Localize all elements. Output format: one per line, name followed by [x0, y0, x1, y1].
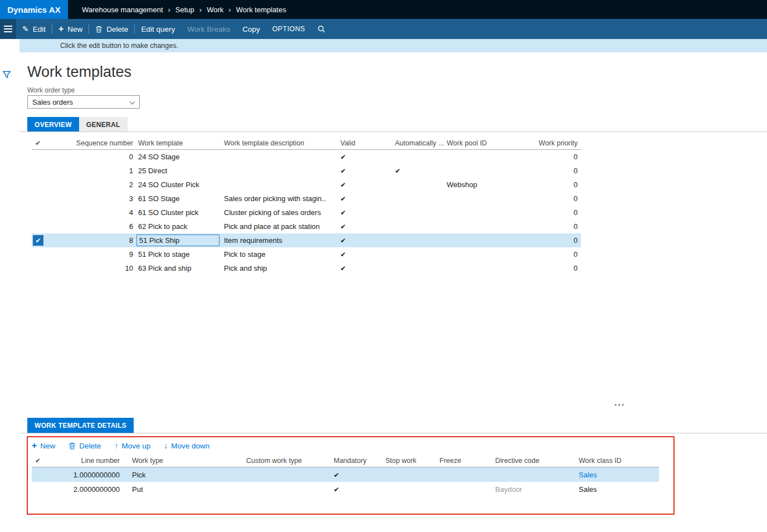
- col-header-valid[interactable]: Valid: [336, 139, 391, 147]
- overview-row-3[interactable]: 3 61 SO Stage Sales order picking with s…: [32, 192, 581, 206]
- work-order-type-select[interactable]: Sales orders: [27, 95, 140, 109]
- overview-row-0[interactable]: 0 24 SO Stage 0: [32, 150, 581, 164]
- details-toolbar: + New Delete ↑ Move up ↓ Move down: [32, 440, 209, 452]
- page-title: Work templates: [27, 64, 131, 81]
- tab-work-template-details[interactable]: WORK TEMPLATE DETAILS: [27, 418, 134, 433]
- overview-row-4[interactable]: 4 61 SO Cluster pick Cluster picking of …: [32, 206, 581, 219]
- col-header-work-priority[interactable]: Work priority: [538, 139, 581, 147]
- work-priority-cell: 0: [538, 167, 581, 175]
- col-header-line-number[interactable]: Line number: [54, 457, 121, 465]
- description-cell: Sales order picking with stagin..: [223, 194, 336, 203]
- valid-check-icon: [340, 167, 346, 175]
- copy-button[interactable]: Copy: [236, 19, 266, 39]
- col-header-automatically[interactable]: Automatically ...: [391, 139, 446, 147]
- more-options-button[interactable]: ...: [614, 398, 625, 408]
- work-priority-cell: 0: [538, 153, 581, 161]
- col-header-work-pool-id[interactable]: Work pool ID: [446, 139, 538, 147]
- select-all-column-header[interactable]: [32, 457, 54, 465]
- select-all-column-header[interactable]: [32, 139, 54, 147]
- work-priority-cell: 0: [538, 236, 581, 245]
- notification-text: Click the edit button to make changes.: [60, 42, 178, 50]
- valid-check-icon: [340, 153, 346, 161]
- breadcrumb-item-setup[interactable]: Setup: [175, 6, 207, 14]
- edit-query-button[interactable]: Edit query: [135, 19, 181, 39]
- app-logo[interactable]: Dynamics AX: [0, 0, 68, 19]
- valid-cell: [336, 194, 391, 203]
- trash-icon: [95, 26, 102, 33]
- overview-row-2[interactable]: 2 24 SO Cluster Pick Webshop 0: [32, 178, 581, 192]
- filter-funnel-icon[interactable]: [2, 70, 11, 81]
- col-header-freeze[interactable]: Freeze: [438, 457, 494, 465]
- line-number-cell: 1.0000000000: [54, 471, 121, 479]
- line-number-cell: 2.0000000000: [54, 485, 121, 494]
- sequence-cell: 10: [54, 264, 135, 272]
- col-header-work-class-id[interactable]: Work class ID: [578, 457, 659, 465]
- col-header-custom-work-type[interactable]: Custom work type: [245, 457, 330, 465]
- edit-button[interactable]: ✎ Edit: [16, 19, 52, 39]
- overview-row-7[interactable]: 9 51 Pick to stage Pick to stage 0: [32, 247, 581, 261]
- col-header-mandatory[interactable]: Mandatory: [330, 457, 384, 465]
- new-button[interactable]: + New: [52, 19, 89, 39]
- search-icon: [317, 25, 325, 33]
- col-header-sequence-number[interactable]: Sequence number: [54, 139, 135, 147]
- breadcrumb: Warehouse management Setup Work Work tem…: [82, 0, 286, 19]
- col-header-description[interactable]: Work template description: [223, 139, 336, 147]
- valid-check-icon: [340, 180, 346, 189]
- valid-cell: [336, 167, 391, 175]
- details-new-button[interactable]: + New: [32, 441, 55, 450]
- auto-cell: [391, 167, 446, 175]
- hamburger-menu-icon[interactable]: [0, 19, 16, 39]
- work-type-cell: Put: [121, 485, 245, 494]
- sequence-cell: 8: [54, 236, 135, 245]
- mandatory-cell: [330, 485, 384, 494]
- row-selected-checkbox[interactable]: [33, 235, 43, 246]
- col-header-stop-work[interactable]: Stop work: [384, 457, 438, 465]
- details-row-0-selected[interactable]: 1.0000000000 Pick Sales: [32, 467, 659, 482]
- work-template-details-grid: Line number Work type Custom work type M…: [32, 455, 659, 496]
- description-cell: Pick and place at pack station: [223, 222, 336, 231]
- work-class-id-cell: Sales: [578, 485, 659, 494]
- valid-cell: [336, 180, 391, 189]
- notification-bar: Click the edit button to make changes.: [19, 39, 767, 52]
- breadcrumb-item-work-templates[interactable]: Work templates: [236, 6, 286, 14]
- work-template-edit-cell[interactable]: 51 Pick Ship: [136, 235, 219, 246]
- arrow-up-icon: ↑: [114, 441, 118, 450]
- valid-cell: [336, 250, 391, 258]
- overview-row-6-selected[interactable]: 8 51 Pick Ship Item requirements 0: [32, 233, 581, 247]
- valid-check-icon: [340, 194, 346, 203]
- sequence-cell: 6: [54, 222, 135, 231]
- overview-row-1[interactable]: 1 25 Direct 0: [32, 164, 581, 178]
- mandatory-check-icon: [334, 471, 339, 479]
- tab-general[interactable]: GENERAL: [79, 117, 128, 132]
- col-header-work-type[interactable]: Work type: [121, 457, 245, 465]
- valid-cell: [336, 236, 391, 245]
- move-up-button[interactable]: ↑ Move up: [114, 441, 150, 450]
- overview-row-8[interactable]: 10 63 Pick and ship Pick and ship 0: [32, 261, 581, 275]
- work-class-link[interactable]: Sales: [579, 471, 597, 479]
- col-header-work-template[interactable]: Work template: [135, 139, 223, 147]
- plus-icon: +: [58, 25, 63, 33]
- breadcrumb-item-warehouse-management[interactable]: Warehouse management: [82, 6, 175, 14]
- description-cell: Cluster picking of sales orders: [223, 208, 336, 217]
- search-button[interactable]: [311, 19, 331, 39]
- delete-button[interactable]: Delete: [89, 19, 134, 39]
- col-header-directive-code[interactable]: Directive code: [494, 457, 578, 465]
- sequence-cell: 4: [54, 208, 135, 217]
- overview-row-5[interactable]: 6 62 Pick to pack Pick and place at pack…: [32, 219, 581, 233]
- breadcrumb-item-work[interactable]: Work: [207, 6, 236, 14]
- details-delete-button[interactable]: Delete: [69, 442, 101, 450]
- work-templates-grid: Sequence number Work template Work templ…: [32, 137, 581, 275]
- options-button[interactable]: OPTIONS: [266, 19, 311, 39]
- sequence-cell: 0: [54, 153, 135, 161]
- grid-header-row: Sequence number Work template Work templ…: [32, 137, 581, 150]
- details-row-1[interactable]: 2.0000000000 Put Baydoor Sales: [32, 482, 659, 496]
- tab-overview[interactable]: OVERVIEW: [27, 117, 79, 132]
- work-class-id-cell: Sales: [578, 471, 659, 479]
- work-type-cell: Pick: [121, 471, 245, 479]
- details-divider-line: [19, 433, 767, 433]
- arrow-down-icon: ↓: [164, 441, 168, 450]
- move-down-button[interactable]: ↓ Move down: [164, 441, 209, 450]
- work-breaks-button: Work Breaks: [181, 19, 236, 39]
- sequence-cell: 9: [54, 250, 135, 258]
- auto-check-icon: [395, 167, 400, 175]
